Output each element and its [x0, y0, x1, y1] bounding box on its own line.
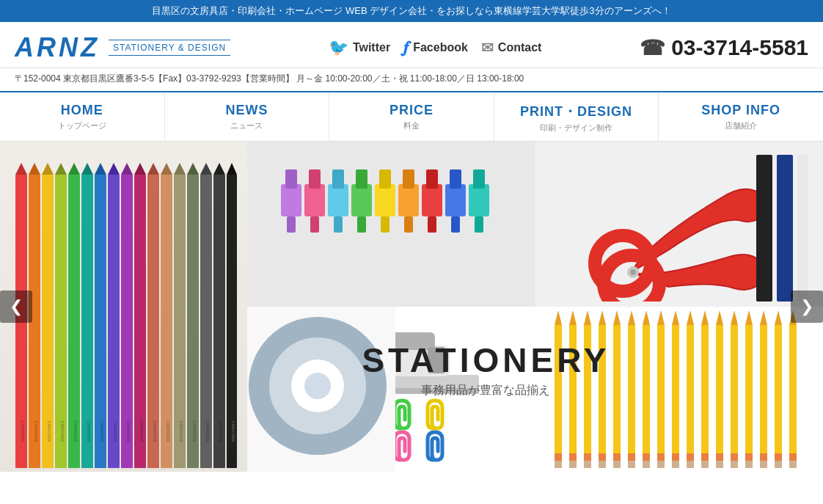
- svg-marker-93: [555, 310, 562, 325]
- svg-marker-34: [161, 163, 172, 175]
- svg-rect-147: [745, 453, 753, 461]
- nav-sub-label: トップページ: [0, 120, 164, 131]
- svg-text:CRAYONS: CRAYONS: [205, 420, 210, 442]
- svg-rect-130: [687, 325, 694, 468]
- svg-rect-54: [304, 184, 325, 216]
- svg-rect-60: [351, 184, 372, 216]
- scissors-svg: [551, 147, 808, 302]
- next-arrow-icon: ❯: [800, 297, 813, 316]
- svg-rect-51: [281, 184, 301, 216]
- svg-text:CRAYONS: CRAYONS: [179, 420, 183, 442]
- svg-marker-25: [121, 163, 133, 175]
- svg-rect-61: [356, 169, 367, 189]
- svg-rect-70: [426, 169, 438, 189]
- svg-text:CRAYONS: CRAYONS: [231, 420, 235, 442]
- svg-rect-63: [375, 184, 395, 216]
- svg-rect-83: [777, 155, 793, 302]
- pencils-panel: [535, 307, 823, 472]
- twitter-link[interactable]: 🐦 Twitter: [329, 38, 390, 57]
- svg-marker-153: [775, 310, 782, 325]
- svg-marker-97: [569, 310, 577, 325]
- svg-marker-40: [187, 163, 199, 175]
- svg-rect-131: [687, 453, 694, 461]
- svg-marker-46: [213, 163, 225, 175]
- svg-rect-72: [445, 184, 466, 216]
- svg-rect-82: [756, 155, 772, 302]
- nav-sub-label: 店舗紹介: [659, 120, 823, 131]
- svg-marker-133: [701, 310, 709, 325]
- facebook-link[interactable]: 𝒇 Facebook: [403, 38, 468, 57]
- svg-marker-31: [147, 163, 159, 175]
- svg-rect-96: [555, 461, 562, 468]
- svg-rect-150: [760, 325, 767, 468]
- banner-text: 目黒区の文房具店・印刷会社・ホームページ WEB デザイン会社・をお探しなら東横…: [152, 5, 670, 16]
- contact-link[interactable]: ✉ Contact: [481, 39, 542, 56]
- nav-main-label: NEWS: [165, 103, 329, 118]
- svg-rect-104: [584, 461, 591, 468]
- prev-arrow-icon: ❮: [10, 297, 23, 316]
- nav-item-news[interactable]: NEWSニュース: [165, 92, 330, 141]
- nav-item-home[interactable]: HOMEトップページ: [0, 92, 165, 141]
- nav-item-printdesign[interactable]: PRINT・DESIGN印刷・デザイン制作: [494, 92, 659, 141]
- nav-item-price[interactable]: PRICE料金: [329, 92, 494, 141]
- svg-rect-128: [672, 461, 679, 468]
- svg-marker-28: [134, 163, 146, 175]
- svg-rect-126: [672, 325, 679, 468]
- phone-area: ☎ 03-3714-5581: [640, 35, 808, 60]
- nav-item-shopinfo[interactable]: SHOP INFO店舗紹介: [659, 92, 823, 141]
- tape-dispenser-svg: [248, 316, 395, 463]
- svg-rect-143: [731, 453, 738, 461]
- svg-rect-71: [428, 216, 436, 233]
- svg-rect-98: [569, 325, 577, 468]
- svg-text:CRAYONS: CRAYONS: [60, 420, 65, 442]
- svg-rect-88: [428, 347, 445, 373]
- nav-sub-label: 料金: [329, 120, 494, 131]
- phone-number: 03-3714-5581: [671, 35, 808, 60]
- svg-rect-100: [569, 461, 577, 468]
- svg-marker-149: [760, 310, 767, 325]
- next-arrow[interactable]: ❯: [791, 291, 823, 323]
- prev-arrow[interactable]: ❮: [0, 291, 32, 323]
- svg-rect-76: [473, 169, 485, 189]
- svg-rect-122: [657, 325, 665, 468]
- svg-text:CRAYONS: CRAYONS: [21, 420, 25, 442]
- svg-rect-118: [643, 325, 650, 468]
- svg-rect-95: [555, 453, 562, 461]
- svg-marker-145: [745, 310, 753, 325]
- nav-main-label: HOME: [0, 103, 164, 118]
- svg-marker-137: [716, 310, 723, 325]
- svg-rect-115: [628, 453, 635, 461]
- slideshow: CRAYONS CRAYONS CRAYONS CRAYONS: [0, 142, 823, 472]
- svg-marker-10: [55, 163, 67, 175]
- svg-rect-123: [657, 453, 665, 461]
- svg-rect-106: [599, 325, 606, 468]
- svg-text:CRAYONS: CRAYONS: [126, 420, 131, 442]
- nav-main-label: SHOP INFO: [659, 103, 823, 118]
- svg-marker-4: [29, 163, 40, 175]
- svg-rect-68: [404, 216, 413, 233]
- svg-point-81: [630, 269, 636, 275]
- svg-rect-53: [287, 216, 296, 233]
- contact-label: Contact: [498, 41, 542, 54]
- svg-text:CRAYONS: CRAYONS: [113, 420, 117, 442]
- svg-marker-49: [227, 163, 237, 175]
- envelope-icon: ✉: [481, 39, 494, 56]
- svg-marker-101: [584, 310, 591, 325]
- logo-subtitle: STATIONERY & DESIGN: [109, 40, 230, 56]
- svg-marker-141: [731, 310, 738, 325]
- svg-text:CRAYONS: CRAYONS: [47, 420, 51, 442]
- svg-rect-114: [628, 325, 635, 468]
- nav-sub-label: 印刷・デザイン制作: [494, 123, 659, 134]
- svg-rect-135: [701, 453, 709, 461]
- svg-marker-1: [15, 163, 27, 175]
- svg-rect-132: [687, 461, 694, 468]
- logo[interactable]: ARNZ: [15, 32, 100, 63]
- svg-text:CRAYONS: CRAYONS: [139, 420, 144, 442]
- svg-rect-156: [775, 461, 782, 468]
- svg-marker-43: [200, 163, 212, 175]
- svg-rect-74: [451, 216, 460, 233]
- svg-text:CRAYONS: CRAYONS: [87, 420, 91, 442]
- svg-rect-67: [403, 169, 414, 189]
- svg-rect-160: [789, 461, 797, 468]
- svg-rect-152: [760, 461, 767, 468]
